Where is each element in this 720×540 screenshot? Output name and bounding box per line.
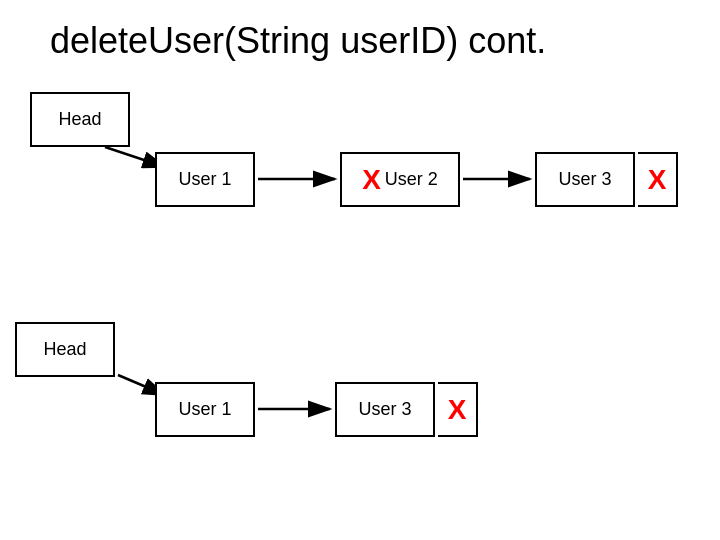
diagram-area: Head User 1 X User 2 User 3 X Head User … — [0, 72, 720, 532]
user2-box-top: X User 2 — [340, 152, 460, 207]
user1-label-bottom: User 1 — [178, 399, 231, 420]
x-mark-top: X — [638, 152, 678, 207]
head-box-bottom: Head — [15, 322, 115, 377]
user1-label-top: User 1 — [178, 169, 231, 190]
x-label-bottom: X — [448, 394, 467, 426]
user1-box-top: User 1 — [155, 152, 255, 207]
head-label-bottom: Head — [43, 339, 86, 360]
page-title: deleteUser(String userID) cont. — [0, 0, 720, 72]
user3-box-top: User 3 — [535, 152, 635, 207]
x-label-top: X — [648, 164, 667, 196]
user2-content-top: X User 2 — [362, 164, 438, 196]
user3-label-bottom: User 3 — [358, 399, 411, 420]
user3-box-bottom: User 3 — [335, 382, 435, 437]
head-label-top: Head — [58, 109, 101, 130]
user1-box-bottom: User 1 — [155, 382, 255, 437]
x-mark-bottom: X — [438, 382, 478, 437]
head-box-top: Head — [30, 92, 130, 147]
user3-label-top: User 3 — [558, 169, 611, 190]
